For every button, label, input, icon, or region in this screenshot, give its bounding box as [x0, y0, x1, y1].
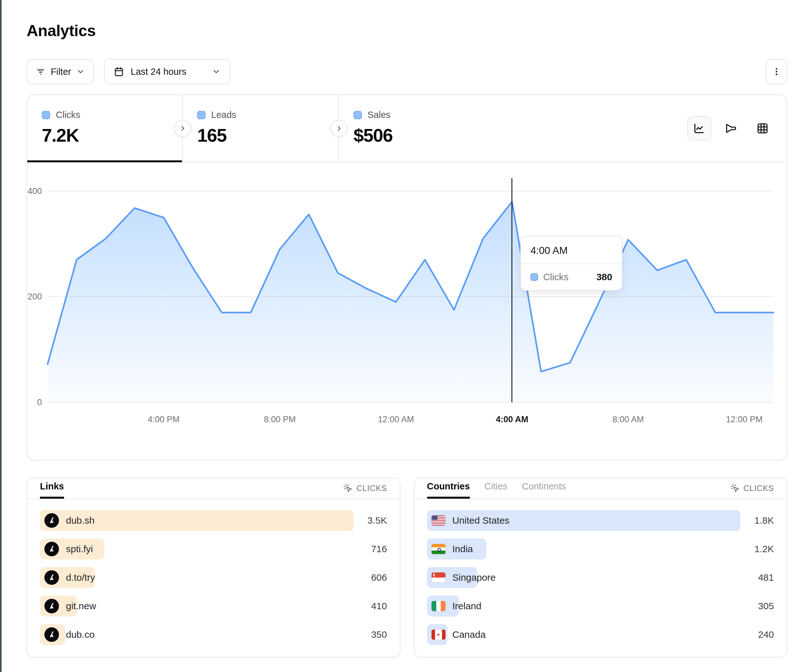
kebab-menu-icon [771, 67, 781, 77]
line-chart-icon [693, 122, 705, 135]
chevron-right-icon [336, 125, 343, 132]
link-label: d.to/try [66, 572, 95, 583]
link-clicks-value: 410 [371, 595, 387, 617]
table-view-icon [756, 122, 769, 135]
countries-metric-label: CLICKS [744, 484, 774, 493]
link-label: spti.fyi [66, 544, 93, 554]
link-clicks-value: 716 [371, 539, 387, 559]
funnel-view-icon [725, 122, 737, 135]
country-row[interactable]: United States 1.8K [427, 510, 774, 531]
countries-metric[interactable]: CLICKS [730, 483, 774, 499]
filter-button[interactable]: Filter [27, 59, 94, 84]
link-row[interactable]: git.new 410 [40, 595, 387, 617]
links-panel-header: Links CLICKS [27, 478, 400, 499]
svg-text:4:00 PM: 4:00 PM [148, 414, 180, 424]
country-row[interactable]: India 1.2K [427, 539, 774, 559]
country-row[interactable]: Ireland 305 [427, 595, 774, 617]
tab-clicks[interactable]: Clicks 7.2K [27, 95, 183, 162]
sales-legend-swatch [353, 111, 362, 119]
link-row[interactable]: spti.fyi 716 [40, 539, 387, 559]
leads-legend-swatch [197, 111, 205, 119]
cursor-click-icon [730, 483, 740, 493]
svg-text:0: 0 [37, 397, 42, 407]
tab-sales[interactable]: Sales $506 [339, 95, 495, 162]
country-label: Canada [452, 629, 486, 640]
funnel-view-toggle[interactable] [719, 116, 743, 140]
dub-logo-icon [44, 599, 59, 613]
country-label: Ireland [452, 601, 482, 611]
link-row[interactable]: dub.co 350 [40, 624, 387, 645]
country-row[interactable]: Singapore 481 [427, 567, 774, 588]
dub-logo-icon [44, 627, 59, 642]
chevron-down-icon [212, 67, 221, 76]
links-metric-label: CLICKS [357, 484, 387, 493]
expand-leads-button[interactable] [330, 120, 348, 137]
country-label: India [452, 544, 473, 554]
chart-tooltip: 4:00 AM Clicks 380 [520, 236, 623, 291]
stat-value: $506 [353, 125, 495, 146]
country-clicks-value: 1.8K [754, 510, 774, 531]
svg-text:12:00 AM: 12:00 AM [378, 414, 414, 424]
svg-text:8:00 PM: 8:00 PM [264, 414, 296, 424]
svg-text:12:00 PM: 12:00 PM [726, 414, 763, 424]
line-chart-toggle[interactable] [687, 116, 711, 140]
countries-list: United States 1.8K India 1.2K [415, 499, 787, 645]
tab-links[interactable]: Links [40, 481, 64, 499]
svg-text:400: 400 [27, 186, 42, 196]
link-label: dub.co [66, 629, 94, 640]
dub-logo-icon [44, 570, 59, 585]
ireland-flag-icon [432, 601, 445, 611]
tooltip-time: 4:00 AM [521, 237, 622, 264]
tab-cities[interactable]: Cities [484, 481, 508, 499]
date-range-button[interactable]: Last 24 hours [104, 59, 230, 84]
tab-leads[interactable]: Leads 165 [183, 95, 339, 162]
links-metric[interactable]: CLICKS [343, 483, 387, 499]
india-flag-icon [432, 544, 445, 554]
link-clicks-value: 3.5K [367, 510, 387, 531]
calendar-icon [114, 66, 124, 77]
canada-flag-icon [432, 629, 445, 640]
stat-label: Sales [367, 110, 391, 120]
dub-logo-icon [44, 513, 59, 528]
screen-left-edge [0, 0, 2, 672]
breakdown-panels: Links CLICKS dub.sh 3.5K [27, 478, 787, 657]
link-row[interactable]: d.to/try 606 [40, 567, 387, 588]
cursor-click-icon [343, 483, 353, 493]
analytics-page: Analytics Filter Last 24 hours [27, 20, 787, 657]
link-clicks-value: 606 [371, 567, 387, 588]
link-label: dub.sh [66, 515, 94, 526]
chart-plot: 02004004:00 PM8:00 PM12:00 AM4:00 AM8:00… [27, 162, 786, 459]
table-view-toggle[interactable] [751, 116, 774, 140]
stat-label: Clicks [56, 110, 80, 120]
clicks-area-chart[interactable]: 02004004:00 PM8:00 PM12:00 AM4:00 AM8:00… [27, 162, 786, 459]
country-clicks-value: 1.2K [754, 539, 774, 559]
tab-continents[interactable]: Continents [522, 481, 566, 499]
svg-text:200: 200 [27, 292, 42, 302]
links-list: dub.sh 3.5K spti.fyi 716 d [27, 499, 400, 645]
svg-text:8:00 AM: 8:00 AM [612, 414, 644, 424]
chart-view-toggles [687, 95, 786, 162]
tab-countries[interactable]: Countries [427, 481, 470, 499]
date-range-label: Last 24 hours [131, 67, 186, 77]
country-label: Singapore [452, 572, 496, 583]
tooltip-value: 380 [596, 272, 612, 282]
stat-value: 165 [197, 125, 338, 146]
filter-button-label: Filter [51, 67, 71, 77]
expand-clicks-button[interactable] [174, 120, 191, 137]
more-options-button[interactable] [766, 59, 787, 84]
page-title: Analytics [27, 20, 787, 41]
country-row[interactable]: Canada 240 [427, 624, 774, 645]
stats-tabs: Clicks 7.2K Leads 165 [27, 95, 786, 162]
country-clicks-value: 240 [758, 624, 774, 645]
tooltip-legend-swatch [531, 273, 538, 281]
country-label: United States [452, 515, 510, 526]
links-panel: Links CLICKS dub.sh 3.5K [27, 478, 401, 657]
us-flag-icon [432, 515, 445, 525]
filter-bars-icon [36, 67, 46, 77]
dub-logo-icon [44, 542, 59, 556]
toolbar: Filter Last 24 hours [27, 59, 787, 84]
link-row[interactable]: dub.sh 3.5K [40, 510, 387, 531]
singapore-flag-icon [432, 573, 445, 583]
svg-text:4:00 AM: 4:00 AM [496, 414, 529, 424]
chevron-right-icon [179, 125, 186, 132]
